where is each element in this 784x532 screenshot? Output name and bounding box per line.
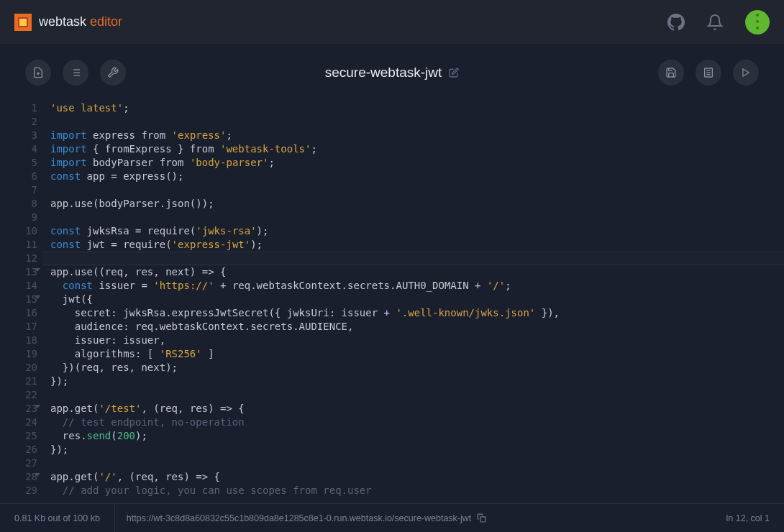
- copy-icon[interactable]: [477, 513, 486, 523]
- new-file-button[interactable]: [25, 60, 51, 86]
- bell-icon[interactable]: [706, 14, 724, 31]
- github-icon[interactable]: [667, 14, 685, 31]
- avatar[interactable]: [745, 10, 770, 35]
- svg-rect-11: [480, 517, 486, 522]
- line-gutter: 1234567891011121314151617181920212223242…: [0, 101, 43, 502]
- logs-button[interactable]: [696, 60, 721, 86]
- app-header: webtask editor: [0, 0, 784, 44]
- logo-text: webtask editor: [39, 14, 122, 29]
- status-cursor: ln 12, col 1: [712, 513, 784, 523]
- list-button[interactable]: [63, 60, 88, 86]
- logo-icon: [14, 14, 32, 31]
- run-button[interactable]: [733, 60, 759, 86]
- logo[interactable]: webtask editor: [14, 14, 122, 31]
- code-editor[interactable]: 1234567891011121314151617181920212223242…: [0, 101, 784, 502]
- edit-icon[interactable]: [449, 68, 459, 78]
- status-bar: 0.81 Kb out of 100 kb https://wt-3c8d8a6…: [0, 503, 784, 532]
- toolbar: secure-webtask-jwt: [0, 44, 784, 101]
- settings-button[interactable]: [100, 60, 126, 86]
- svg-marker-10: [743, 69, 749, 77]
- title-text: secure-webtask-jwt: [325, 65, 442, 81]
- status-size: 0.81 Kb out of 100 kb: [0, 504, 115, 532]
- save-button[interactable]: [658, 60, 684, 86]
- webtask-title[interactable]: secure-webtask-jwt: [325, 65, 460, 81]
- status-url[interactable]: https://wt-3c8d8a60832c55c1b809da8e1285c…: [115, 513, 712, 523]
- code-area[interactable]: 'use latest';import express from 'expres…: [43, 101, 784, 502]
